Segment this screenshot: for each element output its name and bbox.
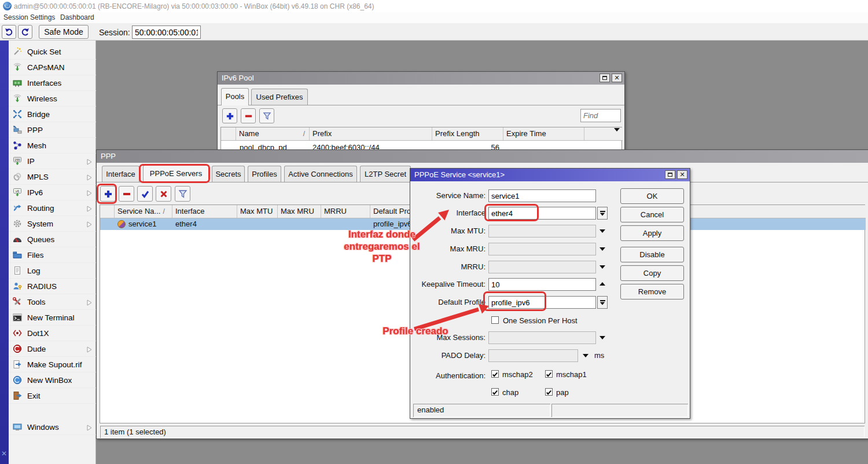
column-header-mrru[interactable]: MRRU bbox=[321, 205, 370, 218]
column-header-name[interactable]: Name/ bbox=[236, 127, 310, 140]
ok-button[interactable]: OK bbox=[620, 188, 684, 204]
column-header-blank[interactable] bbox=[100, 205, 115, 218]
pado-delay-input[interactable] bbox=[488, 349, 578, 362]
find-input[interactable] bbox=[580, 109, 621, 122]
safe-mode-button[interactable]: Safe Mode bbox=[39, 25, 89, 39]
sidebar-item-new-winbox[interactable]: New WinBox bbox=[9, 372, 96, 388]
max-mtu-dropdown-icon[interactable] bbox=[599, 229, 605, 233]
sidebar-item-exit[interactable]: Exit bbox=[9, 388, 96, 404]
mrru-input[interactable] bbox=[488, 261, 596, 273]
column-header-max-mtu[interactable]: Max MTU bbox=[237, 205, 278, 218]
tab-pppoe-servers[interactable]: PPPoE Servers bbox=[143, 165, 209, 182]
funnel-icon bbox=[263, 112, 271, 120]
service-name-input[interactable] bbox=[488, 189, 596, 202]
pap-checkbox[interactable] bbox=[545, 388, 553, 396]
close-button[interactable]: ✕ bbox=[612, 74, 622, 82]
pado-unit-label: ms bbox=[594, 351, 604, 360]
max-sessions-dropdown-icon[interactable] bbox=[599, 336, 605, 339]
add-button[interactable] bbox=[222, 108, 237, 123]
sidebar-item-ip[interactable]: 255 IP bbox=[9, 154, 96, 169]
tab-profiles[interactable]: Profiles bbox=[248, 166, 281, 182]
menu-session[interactable]: Session bbox=[3, 13, 28, 21]
dialog-titlebar[interactable]: PPPoE Service <service1> ✕ bbox=[410, 169, 690, 181]
tab-secrets[interactable]: Secrets bbox=[212, 166, 245, 182]
sidebar-item-capsman[interactable]: CAPsMAN bbox=[9, 60, 96, 75]
filter-button[interactable] bbox=[259, 108, 274, 123]
mschap2-checkbox[interactable] bbox=[491, 370, 499, 378]
sidebar-item-queues[interactable]: Queues bbox=[9, 232, 96, 247]
restore-button[interactable] bbox=[665, 170, 675, 179]
column-header-prefix-length[interactable]: Prefix Length bbox=[432, 127, 503, 140]
remove-button[interactable]: Remove bbox=[620, 284, 684, 299]
sidebar-item-radius[interactable]: RADIUS bbox=[9, 279, 96, 294]
dialog-status-extra bbox=[551, 404, 688, 417]
copy-button[interactable]: Copy bbox=[620, 265, 684, 281]
close-button[interactable]: ✕ bbox=[677, 170, 687, 179]
remove-button[interactable] bbox=[241, 108, 256, 123]
menu-dashboard[interactable]: Dashboard bbox=[60, 13, 94, 21]
default-profile-dropdown-button[interactable] bbox=[597, 296, 608, 309]
sidebar-item-ppp[interactable]: PPP bbox=[9, 122, 96, 138]
sidebar-item-files[interactable]: Files bbox=[9, 247, 96, 263]
mschap1-checkbox[interactable] bbox=[545, 370, 553, 378]
sidebar-item-interfaces[interactable]: Interfaces bbox=[9, 75, 96, 91]
max-sessions-input[interactable] bbox=[488, 331, 596, 344]
column-header-prefix[interactable]: Prefix bbox=[310, 127, 432, 140]
keepalive-up-icon[interactable] bbox=[599, 282, 605, 286]
apply-button[interactable]: Apply bbox=[620, 225, 684, 241]
filter-button[interactable] bbox=[175, 186, 190, 202]
tab-interface[interactable]: Interface bbox=[102, 166, 139, 182]
sidebar-item-new-terminal[interactable]: New Terminal bbox=[9, 310, 96, 326]
one-session-checkbox[interactable] bbox=[491, 316, 499, 324]
pado-delay-dropdown-icon[interactable] bbox=[583, 354, 589, 357]
max-mtu-input[interactable] bbox=[488, 225, 596, 238]
sidebar-item-bridge[interactable]: Bridge bbox=[9, 107, 96, 122]
max-mru-dropdown-icon[interactable] bbox=[599, 247, 605, 251]
disable-button[interactable] bbox=[156, 186, 171, 202]
undo-button[interactable] bbox=[2, 25, 16, 39]
column-header-expire-time[interactable]: Expire Time bbox=[503, 127, 584, 140]
column-header-max-mru[interactable]: Max MRU bbox=[278, 205, 321, 218]
interface-input[interactable] bbox=[488, 207, 596, 220]
tab-pools[interactable]: Pools bbox=[221, 88, 249, 105]
sidebar-item-mpls[interactable]: MPLS bbox=[9, 169, 96, 185]
enable-button[interactable] bbox=[137, 186, 153, 202]
interface-dropdown-button[interactable] bbox=[597, 207, 608, 220]
service-name-label: Service Name: bbox=[414, 189, 486, 200]
sidebar-item-windows[interactable]: Windows bbox=[9, 419, 96, 435]
chap-checkbox[interactable] bbox=[491, 388, 499, 396]
menu-settings[interactable]: Settings bbox=[30, 13, 55, 21]
column-header-extra[interactable] bbox=[584, 127, 623, 140]
column-menu-button[interactable] bbox=[614, 131, 620, 140]
sidebar-item-log[interactable]: Log bbox=[9, 263, 96, 279]
sidebar-item-routing[interactable]: Routing bbox=[9, 200, 96, 216]
disable-button[interactable]: Disable bbox=[620, 247, 684, 262]
column-header-service-name[interactable]: Service Na.../ bbox=[115, 205, 172, 218]
column-header-blank[interactable] bbox=[221, 127, 236, 140]
sidebar-item-wireless[interactable]: Wireless bbox=[9, 91, 96, 107]
default-profile-input[interactable] bbox=[488, 296, 596, 309]
sidebar-item-quick-set[interactable]: Quick Set bbox=[9, 44, 96, 60]
sidebar-item-make-supout[interactable]: Make Supout.rif bbox=[9, 357, 96, 372]
remove-service-button[interactable] bbox=[119, 186, 134, 202]
keepalive-timeout-input[interactable] bbox=[488, 278, 596, 291]
restore-button[interactable] bbox=[599, 74, 610, 82]
session-input[interactable] bbox=[132, 25, 201, 39]
max-mru-input[interactable] bbox=[488, 243, 596, 255]
sidebar-item-dot1x[interactable]: Dot1X bbox=[9, 326, 96, 341]
sidebar-item-mesh[interactable]: Mesh bbox=[9, 138, 96, 154]
cancel-button[interactable]: Cancel bbox=[620, 207, 684, 222]
sidebar-item-ipv6[interactable]: v6 IPv6 bbox=[9, 185, 96, 200]
tab-l2tp-secrets[interactable]: L2TP Secret bbox=[360, 166, 411, 182]
mrru-dropdown-icon[interactable] bbox=[599, 265, 605, 269]
sidebar-item-dude[interactable]: Dude bbox=[9, 341, 96, 357]
sidebar-item-system[interactable]: System bbox=[9, 216, 96, 232]
column-header-interface[interactable]: Interface bbox=[172, 205, 237, 218]
ppp-titlebar[interactable]: PPP bbox=[97, 150, 868, 163]
sidebar-item-tools[interactable]: Tools bbox=[9, 294, 96, 310]
redo-button[interactable] bbox=[18, 25, 32, 39]
tab-used-prefixes[interactable]: Used Prefixes bbox=[251, 89, 308, 105]
tab-active-connections[interactable]: Active Connections bbox=[284, 166, 357, 182]
add-service-button[interactable] bbox=[100, 186, 116, 202]
ipv6-pool-titlebar[interactable]: IPv6 Pool ✕ bbox=[218, 72, 624, 85]
